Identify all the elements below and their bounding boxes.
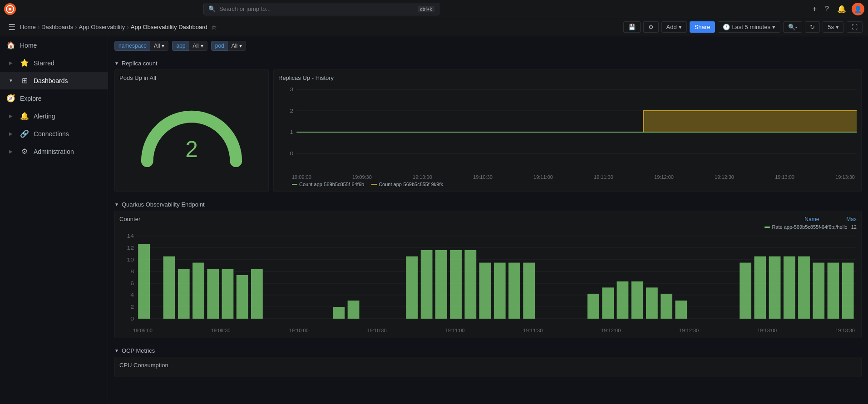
sidebar: 🏠 Home ▶ ⭐ Starred ▼ ⊞ Dashboards 🧭 Expl…	[0, 36, 108, 404]
counter-panel-title: Counter	[119, 216, 804, 222]
sidebar-item-starred[interactable]: ▶ ⭐ Starred	[0, 54, 108, 72]
app-value[interactable]: All ▾	[189, 41, 207, 51]
legend-item-2: Count app-569b5c855f-9k9fk	[371, 182, 443, 187]
notifications-button[interactable]: 🔔	[834, 4, 849, 15]
refresh-button[interactable]: ↻	[805, 21, 820, 33]
time-range-picker[interactable]: 🕐 Last 5 minutes ▾	[718, 21, 780, 33]
search-input[interactable]	[219, 5, 414, 12]
namespace-value[interactable]: All ▾	[150, 41, 168, 51]
help-button[interactable]: ?	[822, 4, 832, 15]
svg-rect-52	[631, 281, 643, 319]
sidebar-toggle[interactable]: ☰	[5, 20, 18, 34]
sidebar-item-label: Starred	[34, 59, 54, 67]
dashboard-content: namespace All ▾ app All ▾ pod All ▾ ▼	[108, 36, 868, 404]
svg-rect-51	[617, 281, 629, 319]
expand-icon: ▶	[6, 131, 15, 136]
svg-rect-47	[523, 263, 535, 319]
breadcrumb: Home › Dashboards › App Observability › …	[20, 24, 207, 30]
svg-text:6: 6	[130, 281, 134, 286]
svg-rect-41	[435, 250, 447, 319]
svg-rect-59	[784, 256, 795, 319]
replica-count-header[interactable]: ▼ Replica count	[108, 55, 868, 69]
svg-rect-39	[406, 256, 418, 319]
svg-rect-33	[222, 269, 234, 319]
navbar-right: 💾 ⚙ Add ▾ Share 🕐 Last 5 minutes ▾ 🔍- ↻ …	[623, 21, 863, 33]
legend-label-2: Count app-569b5c855f-9k9fk	[379, 182, 443, 187]
pod-value[interactable]: All ▾	[228, 41, 246, 51]
svg-text:2: 2	[185, 137, 198, 162]
counter-x-axis: 19:09:00 19:09:30 19:10:00 19:10:30 19:1…	[119, 328, 857, 333]
expand-icon: ▶	[6, 113, 15, 118]
search-bar[interactable]: 🔍 ctrl+k	[203, 3, 439, 15]
svg-text:0: 0	[290, 151, 293, 157]
svg-rect-29	[163, 256, 175, 319]
bar	[138, 244, 150, 319]
svg-rect-56	[740, 263, 751, 319]
breadcrumb-home[interactable]: Home	[20, 24, 36, 30]
breadcrumb-app-observability[interactable]: App Observability	[79, 24, 125, 30]
svg-rect-40	[421, 250, 433, 319]
chevron-down-icon: ▼	[114, 61, 119, 66]
sidebar-item-label: Alerting	[34, 113, 55, 120]
svg-rect-58	[769, 256, 781, 319]
chevron-down-icon: ▼	[114, 348, 119, 353]
breadcrumb-dashboards[interactable]: Dashboards	[41, 24, 73, 30]
app-label: app	[172, 41, 189, 51]
counter-legend-header: Name Max	[804, 216, 857, 222]
counter-legend-color	[764, 227, 770, 228]
sidebar-item-alerting[interactable]: ▶ 🔔 Alerting	[0, 107, 108, 125]
sidebar-item-explore[interactable]: 🧭 Explore	[0, 89, 108, 107]
save-button[interactable]: 💾	[623, 21, 641, 33]
share-button[interactable]: Share	[690, 21, 715, 33]
breadcrumb-current: App Observability Dashboard	[131, 24, 207, 30]
sidebar-item-label: Administration	[34, 148, 74, 155]
sidebar-item-label: Explore	[20, 95, 41, 102]
svg-rect-44	[479, 263, 491, 319]
pod-label: pod	[211, 41, 228, 51]
ocp-metrics-header[interactable]: ▼ OCP Metrics	[108, 343, 868, 357]
history-line-chart: 3 2 1 0	[278, 85, 857, 173]
svg-rect-45	[494, 263, 506, 319]
chevron-down-icon: ▼	[114, 202, 119, 207]
pods-up-panel: Pods Up in All 2	[114, 69, 269, 192]
refresh-interval-picker[interactable]: 5s ▾	[823, 21, 844, 33]
zoom-out-button[interactable]: 🔍-	[783, 21, 802, 33]
counter-bar-chart: 14 12 10 8 6 4 2 0	[119, 232, 857, 327]
quarkus-section-header[interactable]: ▼ Quarkus Observability Endpoint	[108, 197, 868, 211]
favorite-button[interactable]: ☆	[209, 23, 219, 32]
sidebar-item-home[interactable]: 🏠 Home	[0, 36, 108, 54]
pod-filter[interactable]: pod All ▾	[211, 41, 246, 51]
connections-icon: 🔗	[20, 129, 29, 138]
sidebar-item-administration[interactable]: ▶ ⚙ Administration	[0, 143, 108, 160]
navbar-left: ☰ Home › Dashboards › App Observability …	[5, 20, 621, 34]
svg-rect-37	[333, 307, 345, 319]
explore-icon: 🧭	[6, 94, 15, 103]
sidebar-item-dashboards[interactable]: ▼ ⊞ Dashboards	[0, 72, 108, 89]
app-filter[interactable]: app All ▾	[172, 41, 207, 51]
main-layout: 🏠 Home ▶ ⭐ Starred ▼ ⊞ Dashboards 🧭 Expl…	[0, 36, 868, 404]
administration-icon: ⚙	[20, 147, 29, 156]
cpu-consumption-panel: CPU Consumption	[114, 357, 862, 377]
namespace-filter[interactable]: namespace All ▾	[114, 41, 168, 51]
quarkus-title: Quarkus Observability Endpoint	[122, 201, 205, 208]
new-button[interactable]: +	[810, 4, 819, 15]
cpu-consumption-title: CPU Consumption	[119, 362, 857, 369]
alerting-icon: 🔔	[20, 112, 29, 120]
svg-rect-63	[842, 263, 854, 319]
sidebar-item-connections[interactable]: ▶ 🔗 Connections	[0, 125, 108, 143]
svg-rect-60	[798, 256, 810, 319]
avatar[interactable]: 👤	[852, 3, 864, 15]
svg-text:4: 4	[130, 292, 134, 298]
legend-color-2	[371, 184, 377, 185]
svg-rect-46	[508, 263, 520, 319]
dashboards-icon: ⊞	[20, 76, 29, 85]
breadcrumb-sep-2: ›	[75, 24, 77, 30]
ocp-section: CPU Consumption	[108, 357, 868, 382]
gauge-container: 2	[119, 85, 264, 185]
settings-button[interactable]: ⚙	[643, 21, 659, 33]
add-button[interactable]: Add ▾	[661, 21, 687, 33]
fullscreen-button[interactable]: ⛶	[847, 21, 863, 33]
counter-legend-item: Rate app-569b5c855f-64f6b:/hello	[764, 224, 847, 230]
counter-section: Counter Name Max Rate app-569b5c855f-64f…	[108, 211, 868, 343]
legend-name-header: Name	[804, 216, 819, 222]
